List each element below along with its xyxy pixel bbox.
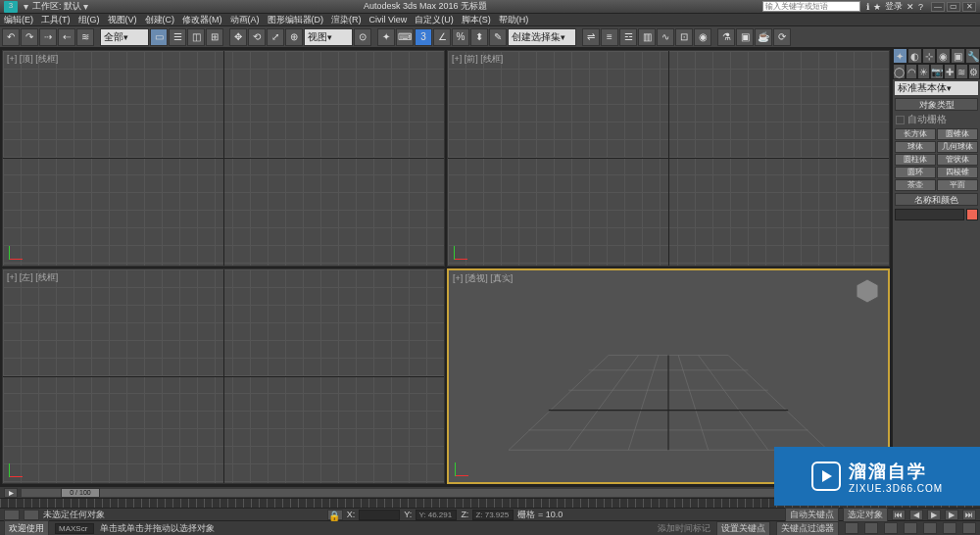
maximize-button[interactable]: ▭ (947, 2, 960, 12)
goto-start-button[interactable]: ⏮ (892, 510, 906, 520)
render-iterative-button[interactable]: ⟳ (773, 28, 791, 46)
cameras-button[interactable]: 📷 (930, 64, 944, 79)
ref-coord-dropdown[interactable]: 视图 ▾ (304, 28, 353, 46)
maxscript-listener[interactable] (55, 523, 94, 534)
selection-filter-dropdown[interactable]: 全部 ▾ (100, 28, 149, 46)
zoom-extents-button[interactable] (904, 522, 917, 534)
object-name-input[interactable] (895, 209, 964, 220)
menu-maxscript[interactable]: 脚本(S) (462, 14, 491, 26)
fov-button[interactable] (923, 522, 937, 534)
keyboard-shortcut-button[interactable]: ⌨ (396, 28, 414, 46)
zoom-button[interactable] (864, 522, 878, 534)
select-scale-button[interactable]: ⤢ (267, 28, 284, 46)
named-selection-dropdown[interactable]: 创建选择集 ▾ (508, 28, 576, 46)
autogrid-row[interactable]: 自动栅格 (893, 112, 980, 127)
material-editor-button[interactable]: ◉ (694, 28, 711, 46)
percent-snap-button[interactable]: % (452, 28, 469, 46)
viewport-persp-label[interactable]: [+] [透视] [真实] (453, 272, 513, 285)
hierarchy-tab[interactable]: ⊹ (922, 48, 937, 64)
create-tab[interactable]: ✦ (893, 48, 907, 64)
menu-customize[interactable]: 自定义(U) (415, 14, 454, 26)
autokey-button[interactable]: 自动关键点 (785, 508, 839, 522)
maximize-viewport-button[interactable] (962, 522, 976, 534)
add-time-tag[interactable]: 添加时间标记 (658, 522, 710, 535)
helpers-button[interactable]: ✚ (944, 64, 956, 79)
link-button[interactable]: ⇢ (39, 28, 57, 46)
tube-button[interactable]: 管状体 (937, 154, 978, 166)
select-place-button[interactable]: ⊕ (285, 28, 303, 46)
menu-create[interactable]: 创建(C) (145, 14, 175, 26)
angle-snap-button[interactable]: ∠ (433, 28, 451, 46)
lock-button[interactable]: 🔒 (327, 510, 343, 520)
coord-z-input[interactable]: Z: 73.925 (472, 510, 514, 520)
toggle-ribbon-button[interactable]: ▥ (638, 28, 656, 46)
coord-x-input[interactable] (359, 510, 400, 520)
systems-button[interactable]: ⚙ (968, 64, 980, 79)
undo-button[interactable]: ↶ (2, 28, 20, 46)
bind-spacewarp-button[interactable]: ≋ (76, 28, 94, 46)
goto-end-button[interactable]: ⏭ (962, 510, 976, 520)
use-pivot-button[interactable]: ⊙ (354, 28, 371, 46)
utilities-tab[interactable]: 🔧 (965, 48, 980, 64)
edit-named-selection-button[interactable]: ✎ (489, 28, 507, 46)
minimize-button[interactable]: — (931, 2, 945, 12)
isolate-button[interactable] (4, 510, 20, 520)
pan-view-button[interactable] (845, 522, 858, 534)
viewport-left[interactable]: [+] [左] [线框] (2, 268, 445, 485)
infocenter-icon[interactable]: ℹ (866, 2, 869, 12)
geosphere-button[interactable]: 几何球体 (937, 141, 978, 153)
menu-rendering[interactable]: 渲染(R) (331, 14, 362, 26)
selected-dropdown[interactable]: 选定对象 (843, 508, 888, 522)
select-move-button[interactable]: ✥ (229, 28, 247, 46)
curve-editor-button[interactable]: ∿ (657, 28, 674, 46)
viewport-top-label[interactable]: [+] [顶] [线框] (7, 53, 58, 66)
geometry-button[interactable]: ◯ (893, 64, 906, 79)
help-icon[interactable]: ? (918, 2, 923, 12)
menu-civilview[interactable]: Civil View (369, 15, 408, 24)
select-rotate-button[interactable]: ⟲ (248, 28, 266, 46)
redo-button[interactable]: ↷ (21, 28, 38, 46)
viewport-front-label[interactable]: [+] [前] [线框] (452, 53, 503, 66)
menu-modifiers[interactable]: 修改器(M) (182, 14, 222, 26)
setkey-button[interactable]: 设置关键点 (716, 521, 770, 536)
mirror-button[interactable]: ⇌ (582, 28, 600, 46)
menu-help[interactable]: 帮助(H) (499, 14, 529, 26)
timeline-expand-button[interactable]: ▸ (4, 488, 18, 498)
menu-views[interactable]: 视图(V) (108, 14, 137, 26)
selection-lock-button[interactable] (24, 510, 39, 520)
menu-group[interactable]: 组(G) (78, 14, 100, 26)
align-button[interactable]: ≡ (601, 28, 618, 46)
object-color-swatch[interactable] (966, 209, 978, 220)
prev-frame-button[interactable]: ◀ (909, 510, 923, 520)
modify-tab[interactable]: ◐ (907, 48, 922, 64)
shapes-button[interactable]: ◠ (906, 64, 917, 79)
select-object-button[interactable]: ▭ (150, 28, 168, 46)
select-region-button[interactable]: ◫ (187, 28, 205, 46)
login-link[interactable]: 登录 (885, 0, 903, 13)
zoom-all-button[interactable] (884, 522, 898, 534)
render-production-button[interactable]: ☕ (755, 28, 772, 46)
menu-tools[interactable]: 工具(T) (41, 14, 71, 26)
star-icon[interactable]: ★ (873, 2, 881, 12)
spinner-snap-button[interactable]: ⬍ (470, 28, 488, 46)
motion-tab[interactable]: ◉ (936, 48, 951, 64)
play-button[interactable]: ▶ (927, 510, 941, 520)
display-tab[interactable]: ▣ (951, 48, 965, 64)
sphere-button[interactable]: 球体 (895, 141, 936, 153)
pyramid-button[interactable]: 四棱锥 (937, 167, 978, 178)
rollout-namecolor[interactable]: 名称和颜色 (895, 193, 978, 206)
spacewarps-button[interactable]: ≋ (956, 64, 967, 79)
unlink-button[interactable]: ⇠ (58, 28, 75, 46)
exchange-icon[interactable]: ✕ (906, 2, 914, 12)
viewport-left-label[interactable]: [+] [左] [线框] (7, 271, 58, 284)
keyfilter-button[interactable]: 关键点过滤器 (776, 521, 839, 536)
viewport-front[interactable]: [+] [前] [线框] (447, 50, 890, 267)
viewcube-icon[interactable] (853, 276, 882, 306)
next-frame-button[interactable]: ▶ (945, 510, 958, 520)
teapot-button[interactable]: 茶壶 (895, 179, 936, 191)
plane-button[interactable]: 平面 (937, 179, 978, 191)
rendered-frame-button[interactable]: ▣ (736, 28, 754, 46)
lights-button[interactable]: ☀ (917, 64, 929, 79)
cylinder-button[interactable]: 圆柱体 (895, 154, 936, 166)
snap-toggle-button[interactable]: 3 (415, 28, 432, 46)
